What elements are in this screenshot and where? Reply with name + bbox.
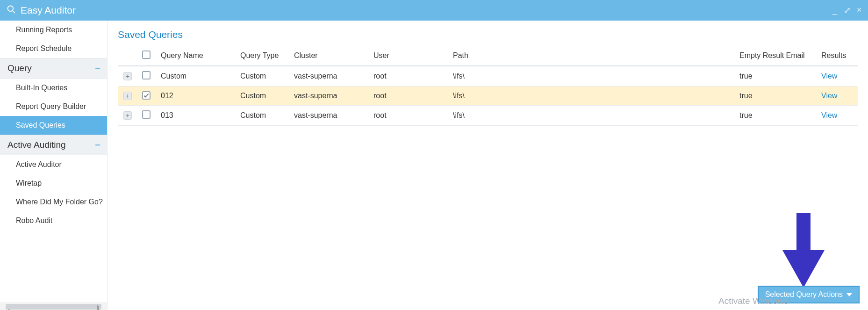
footer-actions: Selected Query Actions bbox=[758, 286, 860, 303]
view-results-link[interactable]: View bbox=[821, 111, 837, 119]
sidebar-group-label: Query bbox=[7, 63, 32, 73]
cell-path: \ifs\ bbox=[447, 66, 734, 87]
cell-path: \ifs\ bbox=[447, 106, 734, 126]
row-checkbox[interactable] bbox=[142, 71, 151, 79]
sidebar-item-saved-queries[interactable]: Saved Queries bbox=[0, 116, 107, 135]
close-icon[interactable]: × bbox=[855, 5, 863, 15]
app-title: Easy Auditor bbox=[21, 5, 76, 16]
restore-icon[interactable]: ⤢ bbox=[843, 5, 851, 15]
view-results-link[interactable]: View bbox=[821, 92, 837, 100]
sidebar-item-report-schedule[interactable]: Report Schedule bbox=[0, 39, 107, 58]
sidebar-item-robo-audit[interactable]: Robo Audit bbox=[0, 211, 107, 230]
sidebar-group-active-auditing[interactable]: Active Auditing − bbox=[0, 135, 107, 155]
collapse-icon[interactable]: − bbox=[95, 140, 100, 151]
annotation-arrow-icon bbox=[775, 213, 832, 288]
cell-user: root bbox=[368, 106, 447, 126]
sidebar-item-where-did-my-folder-go[interactable]: Where Did My Folder Go? bbox=[0, 193, 107, 211]
cell-empty-result-email: true bbox=[734, 66, 816, 87]
sidebar-item-running-reports[interactable]: Running Reports bbox=[0, 21, 107, 39]
col-results[interactable]: Results bbox=[816, 46, 858, 66]
expand-row-icon[interactable]: + bbox=[123, 72, 132, 80]
cell-query-name: 013 bbox=[155, 106, 235, 126]
sidebar-item-label: Report Query Builder bbox=[16, 102, 86, 111]
view-results-link[interactable]: View bbox=[821, 72, 837, 80]
caret-down-icon bbox=[846, 293, 852, 296]
page-title: Saved Queries bbox=[118, 29, 858, 40]
col-email[interactable]: Empty Result Email bbox=[734, 46, 816, 66]
table-row[interactable]: +CustomCustomvast-supernaroot\ifs\trueVi… bbox=[118, 66, 858, 87]
minimize-icon[interactable]: _ bbox=[831, 5, 839, 15]
cell-path: \ifs\ bbox=[447, 87, 734, 106]
cell-query-type: Custom bbox=[235, 106, 288, 126]
sidebar-item-label: Report Schedule bbox=[16, 44, 72, 53]
cell-cluster: vast-superna bbox=[288, 66, 368, 87]
saved-queries-table: Query Name Query Type Cluster User Path … bbox=[118, 46, 858, 126]
sidebar-item-label: Saved Queries bbox=[16, 121, 65, 130]
cell-empty-result-email: true bbox=[734, 106, 816, 126]
cell-query-type: Custom bbox=[235, 66, 288, 87]
row-checkbox[interactable] bbox=[142, 91, 151, 100]
cell-user: root bbox=[368, 66, 447, 87]
sidebar: Running Reports Report Schedule Query − … bbox=[0, 21, 108, 310]
cell-cluster: vast-superna bbox=[288, 87, 368, 106]
window-controls: _ ⤢ × bbox=[831, 5, 863, 15]
workspace: Running Reports Report Schedule Query − … bbox=[0, 21, 868, 310]
sidebar-item-label: Active Auditor bbox=[16, 160, 62, 169]
sidebar-item-label: Robo Audit bbox=[16, 216, 52, 225]
sidebar-group-query[interactable]: Query − bbox=[0, 58, 107, 79]
titlebar: Easy Auditor _ ⤢ × bbox=[0, 0, 868, 21]
sidebar-group-label: Active Auditing bbox=[7, 140, 66, 150]
sidebar-item-builtin-queries[interactable]: Built-In Queries bbox=[0, 79, 107, 97]
button-label: Selected Query Actions bbox=[765, 290, 843, 299]
cell-empty-result-email: true bbox=[734, 87, 816, 106]
col-path[interactable]: Path bbox=[447, 46, 734, 66]
main-content: Saved Queries Query Name Query Type Clus… bbox=[108, 21, 868, 310]
sidebar-item-report-query-builder[interactable]: Report Query Builder bbox=[0, 97, 107, 116]
expand-row-icon[interactable]: + bbox=[123, 92, 132, 100]
row-checkbox[interactable] bbox=[142, 110, 151, 119]
sidebar-item-active-auditor[interactable]: Active Auditor bbox=[0, 155, 107, 174]
col-check bbox=[136, 46, 155, 66]
col-type[interactable]: Query Type bbox=[235, 46, 288, 66]
col-name[interactable]: Query Name bbox=[155, 46, 235, 66]
cell-query-name: Custom bbox=[155, 66, 235, 87]
cell-query-type: Custom bbox=[235, 87, 288, 106]
collapse-icon[interactable]: − bbox=[95, 63, 100, 74]
selected-query-actions-button[interactable]: Selected Query Actions bbox=[758, 286, 860, 303]
svg-line-1 bbox=[13, 10, 15, 13]
sidebar-item-wiretap[interactable]: Wiretap bbox=[0, 174, 107, 193]
table-row[interactable]: +013Customvast-supernaroot\ifs\trueView bbox=[118, 106, 858, 126]
sidebar-item-label: Wiretap bbox=[16, 179, 42, 187]
cell-cluster: vast-superna bbox=[288, 106, 368, 126]
sidebar-horizontal-scrollbar[interactable] bbox=[0, 303, 107, 310]
sidebar-item-label: Where Did My Folder Go? bbox=[16, 198, 103, 206]
sidebar-scroll[interactable]: Running Reports Report Schedule Query − … bbox=[0, 21, 107, 303]
select-all-checkbox[interactable] bbox=[142, 50, 151, 59]
col-cluster[interactable]: Cluster bbox=[288, 46, 368, 66]
cell-query-name: 012 bbox=[155, 87, 235, 106]
table-row[interactable]: +012Customvast-supernaroot\ifs\trueView bbox=[118, 87, 858, 106]
expand-row-icon[interactable]: + bbox=[123, 111, 132, 120]
table-header-row: Query Name Query Type Cluster User Path … bbox=[118, 46, 858, 66]
col-user[interactable]: User bbox=[368, 46, 447, 66]
search-icon[interactable] bbox=[7, 5, 16, 16]
cell-user: root bbox=[368, 87, 447, 106]
sidebar-item-label: Built-In Queries bbox=[16, 84, 67, 92]
sidebar-item-label: Running Reports bbox=[16, 26, 72, 34]
col-expand bbox=[118, 46, 136, 66]
